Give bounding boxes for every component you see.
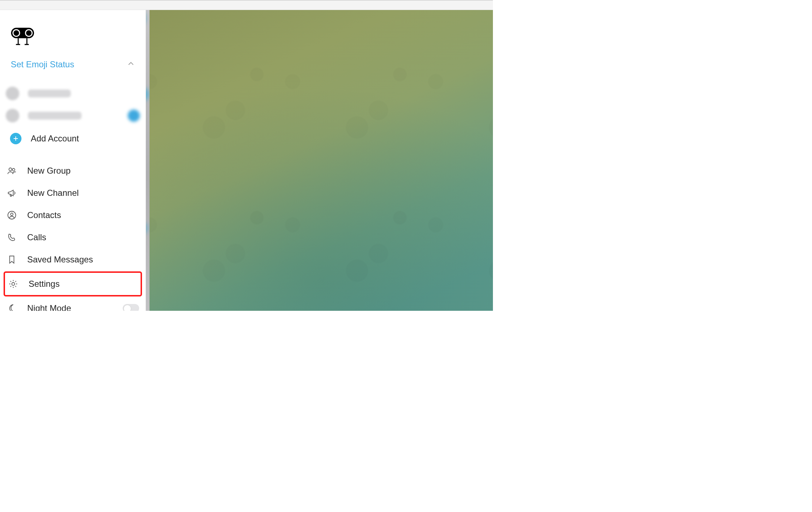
svg-point-2: [14, 30, 19, 36]
phone-icon: [6, 232, 17, 243]
add-account-label: Add Account: [31, 134, 79, 144]
account-avatar-blurred: [6, 87, 19, 100]
svg-point-9: [8, 211, 16, 219]
menu-item-label: New Group: [27, 166, 70, 176]
chat-background: [150, 10, 493, 311]
account-name-blurred: [28, 112, 82, 120]
set-emoji-status-link[interactable]: Set Emoji Status: [11, 59, 74, 69]
account-row[interactable]: [4, 82, 142, 105]
drawer-header: Set Emoji Status: [0, 10, 146, 78]
menu-new-channel[interactable]: New Channel: [0, 182, 146, 204]
menu-item-label: Night Mode: [27, 303, 71, 311]
menu-item-label: Saved Messages: [27, 255, 93, 265]
svg-rect-6: [26, 38, 28, 44]
moon-icon: [6, 303, 17, 311]
svg-rect-5: [18, 38, 19, 44]
svg-point-11: [12, 282, 15, 285]
account-name-blurred: [28, 90, 71, 97]
menu-item-label: New Channel: [27, 188, 79, 198]
menu-contacts[interactable]: Contacts: [0, 204, 146, 226]
account-avatar-blurred: [6, 109, 19, 122]
menu-item-label: Contacts: [27, 210, 61, 220]
svg-point-4: [26, 30, 32, 36]
avatar-icon: [11, 23, 35, 47]
account-row[interactable]: [4, 105, 142, 127]
window-titlebar: [0, 1, 493, 10]
menu-settings[interactable]: Settings: [4, 271, 142, 296]
menu-saved-messages[interactable]: Saved Messages: [0, 248, 146, 271]
accounts-section: Add Account: [0, 78, 146, 158]
menu-calls[interactable]: Calls: [0, 226, 146, 248]
bookmark-icon: [6, 254, 17, 265]
svg-point-10: [11, 213, 13, 216]
chevron-up-icon[interactable]: [127, 60, 135, 69]
app-window: Set Emoji Status: [0, 0, 493, 311]
svg-point-8: [13, 169, 15, 171]
profile-avatar[interactable]: [11, 23, 135, 49]
contacts-icon: [6, 210, 17, 221]
main-menu-drawer: Set Emoji Status: [0, 10, 146, 311]
add-account-button[interactable]: Add Account: [4, 127, 142, 150]
unread-badge-blurred: [128, 110, 140, 122]
menu-item-label: Settings: [29, 279, 60, 289]
svg-point-7: [9, 168, 12, 171]
megaphone-icon: [6, 188, 17, 198]
content-area: Set Emoji Status: [0, 10, 493, 311]
menu-new-group[interactable]: New Group: [0, 160, 146, 182]
menu-item-label: Calls: [27, 232, 46, 242]
drawer-menu: New Group New Channel Contacts: [0, 158, 146, 311]
menu-night-mode[interactable]: Night Mode: [0, 297, 146, 311]
plus-icon: [10, 133, 21, 144]
group-icon: [6, 165, 17, 176]
gear-icon: [8, 279, 19, 289]
night-mode-toggle[interactable]: [123, 304, 139, 311]
